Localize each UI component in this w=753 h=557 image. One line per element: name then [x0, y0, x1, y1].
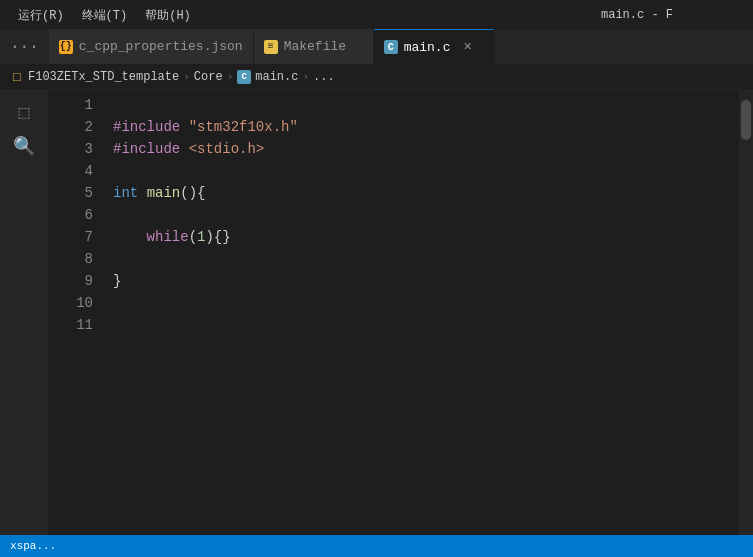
tab-icon-json: {}: [59, 40, 73, 54]
tab-label-makefile: Makefile: [284, 39, 346, 54]
code-line-5[interactable]: int main(){: [113, 182, 739, 204]
breadcrumb-folder-icon: □: [10, 70, 24, 84]
breadcrumb: □ F103ZETx_STD_template › Core › C main.…: [0, 65, 753, 90]
menu-bar: 运行(R) 终端(T) 帮助(H): [10, 5, 199, 26]
token: (: [189, 229, 197, 245]
tab-bar: ··· {} c_cpp_properties.json ≡ Makefile …: [0, 30, 753, 65]
token: [113, 229, 147, 245]
titlebar: 运行(R) 终端(T) 帮助(H) main.c - F: [0, 0, 753, 30]
breadcrumb-sep-1: ›: [183, 71, 190, 83]
breadcrumb-project[interactable]: F103ZETx_STD_template: [28, 70, 179, 84]
tab-makefile[interactable]: ≡ Makefile: [254, 29, 374, 64]
tab-main-c[interactable]: C main.c ×: [374, 29, 494, 64]
code-line-4[interactable]: [113, 160, 739, 182]
editor-scrollbar[interactable]: [739, 90, 753, 535]
token: }: [113, 273, 121, 289]
line-numbers: 1234567891011: [48, 90, 103, 535]
search-icon[interactable]: 🔍: [10, 132, 38, 160]
explorer-icon[interactable]: ⬚: [10, 98, 38, 126]
code-editor[interactable]: 1234567891011 #include "stm32f10x.h"#inc…: [48, 90, 739, 535]
editor-area: ⬚ 🔍 1234567891011 #include "stm32f10x.h"…: [0, 90, 753, 535]
menu-help[interactable]: 帮助(H): [137, 5, 199, 26]
token: ){}: [205, 229, 230, 245]
menu-run[interactable]: 运行(R): [10, 5, 72, 26]
token: #include: [113, 141, 180, 157]
token: while: [147, 229, 189, 245]
tab-label-c-cpp: c_cpp_properties.json: [79, 39, 243, 54]
breadcrumb-file[interactable]: main.c: [255, 70, 298, 84]
code-line-2[interactable]: #include "stm32f10x.h": [113, 116, 739, 138]
token: [180, 141, 188, 157]
breadcrumb-sep-2: ›: [227, 71, 234, 83]
status-bar: xspa...: [0, 535, 753, 557]
token: [180, 119, 188, 135]
activity-bar: ⬚ 🔍: [0, 90, 48, 535]
window-title: main.c - F: [601, 8, 673, 22]
code-line-3[interactable]: #include <stdio.h>: [113, 138, 739, 160]
code-line-10[interactable]: [113, 292, 739, 314]
status-left: xspa...: [10, 540, 743, 552]
tab-icon-make: ≡: [264, 40, 278, 54]
token: [138, 185, 146, 201]
code-line-8[interactable]: [113, 248, 739, 270]
code-line-6[interactable]: [113, 204, 739, 226]
token: (){: [180, 185, 205, 201]
tab-label-main-c: main.c: [404, 40, 451, 55]
breadcrumb-core[interactable]: Core: [194, 70, 223, 84]
breadcrumb-sep-3: ›: [302, 71, 309, 83]
tab-icon-c: C: [384, 40, 398, 54]
code-line-11[interactable]: [113, 314, 739, 336]
menu-terminal[interactable]: 终端(T): [74, 5, 136, 26]
tab-close-button[interactable]: ×: [460, 38, 474, 56]
code-content[interactable]: #include "stm32f10x.h"#include <stdio.h>…: [103, 90, 739, 535]
code-line-7[interactable]: while(1){}: [113, 226, 739, 248]
breadcrumb-c-icon: C: [237, 70, 251, 84]
token: <stdio.h>: [189, 141, 265, 157]
scrollbar-thumb[interactable]: [741, 100, 751, 140]
tab-overflow[interactable]: ···: [0, 29, 49, 64]
code-line-9[interactable]: }: [113, 270, 739, 292]
breadcrumb-ellipsis[interactable]: ...: [313, 70, 335, 84]
token: main: [147, 185, 181, 201]
tab-c-cpp-properties[interactable]: {} c_cpp_properties.json: [49, 29, 254, 64]
code-line-1[interactable]: [113, 94, 739, 116]
token: #include: [113, 119, 180, 135]
token: int: [113, 185, 138, 201]
token: "stm32f10x.h": [189, 119, 298, 135]
